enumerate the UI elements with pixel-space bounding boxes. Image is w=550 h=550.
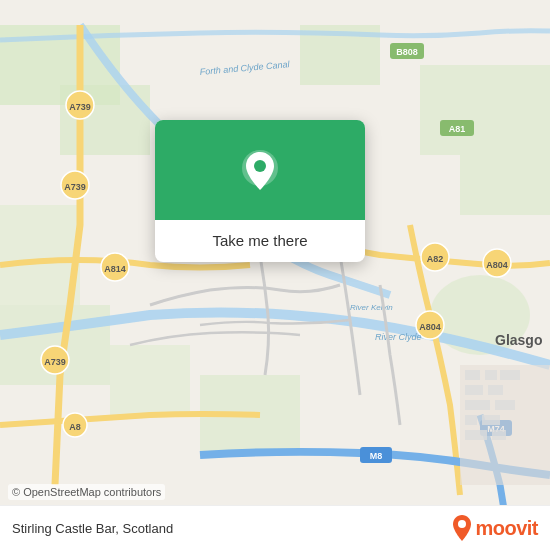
- svg-text:B808: B808: [396, 47, 418, 57]
- svg-text:A82: A82: [427, 254, 444, 264]
- svg-rect-7: [110, 345, 190, 415]
- svg-rect-5: [460, 155, 550, 215]
- map-container: A739 A739 A739 A814 A82 A804 A804 A8 M8 …: [0, 0, 550, 550]
- svg-text:A739: A739: [69, 102, 91, 112]
- svg-text:River Clyde: River Clyde: [375, 332, 422, 342]
- popup-card: Take me there: [155, 120, 365, 262]
- svg-point-54: [458, 520, 466, 528]
- popup-header: [155, 120, 365, 220]
- svg-point-53: [254, 160, 266, 172]
- bottom-bar: Stirling Castle Bar, Scotland moovit: [0, 505, 550, 550]
- svg-rect-48: [465, 415, 477, 425]
- copyright-notice: © OpenStreetMap contributors: [8, 484, 165, 500]
- svg-text:A739: A739: [64, 182, 86, 192]
- map-background: A739 A739 A739 A814 A82 A804 A804 A8 M8 …: [0, 0, 550, 550]
- moovit-brand-text: moovit: [475, 517, 538, 540]
- svg-text:A8: A8: [69, 422, 81, 432]
- svg-text:A814: A814: [104, 264, 126, 274]
- svg-rect-9: [0, 205, 80, 305]
- moovit-pin-icon: [451, 514, 473, 542]
- svg-text:River Kelvin: River Kelvin: [350, 303, 393, 312]
- svg-text:A804: A804: [486, 260, 508, 270]
- svg-rect-46: [465, 400, 490, 410]
- svg-rect-49: [482, 415, 500, 425]
- svg-text:A81: A81: [449, 124, 466, 134]
- svg-rect-42: [485, 370, 497, 380]
- moovit-logo: moovit: [451, 514, 538, 542]
- take-me-there-button[interactable]: Take me there: [212, 232, 307, 249]
- svg-text:A739: A739: [44, 357, 66, 367]
- location-label: Stirling Castle Bar, Scotland: [12, 521, 173, 536]
- location-pin-icon: [236, 146, 284, 194]
- svg-text:Glasgo: Glasgo: [495, 332, 542, 348]
- svg-rect-50: [465, 430, 487, 440]
- svg-rect-45: [488, 385, 503, 395]
- svg-rect-47: [495, 400, 515, 410]
- svg-rect-44: [465, 385, 483, 395]
- popup-button-area[interactable]: Take me there: [155, 220, 365, 262]
- svg-text:M8: M8: [370, 451, 383, 461]
- svg-text:A804: A804: [419, 322, 441, 332]
- svg-rect-4: [420, 65, 550, 155]
- svg-rect-41: [465, 370, 480, 380]
- svg-rect-43: [500, 370, 520, 380]
- svg-rect-51: [492, 430, 506, 440]
